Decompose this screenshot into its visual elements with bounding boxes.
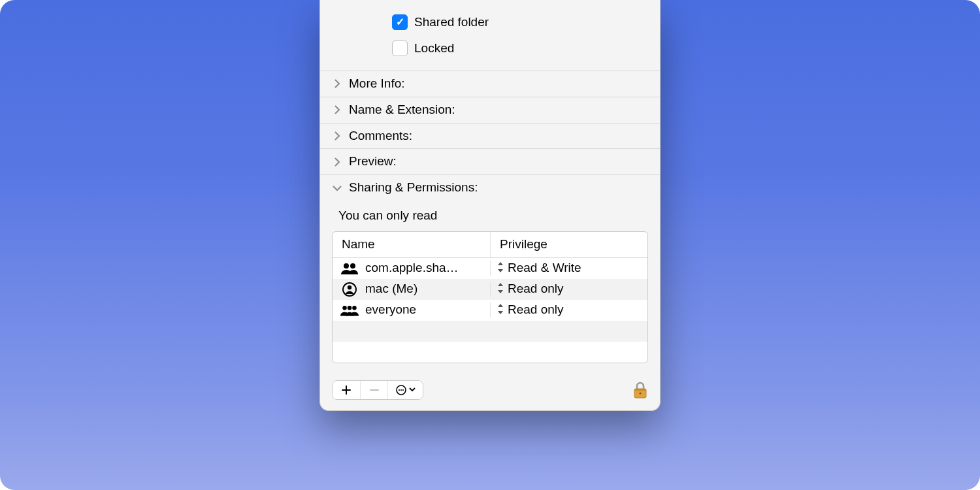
table-header: Name Privilege xyxy=(333,232,647,258)
column-privilege[interactable]: Privilege xyxy=(490,232,647,257)
everyone-icon xyxy=(340,304,359,316)
privilege-select[interactable]: Read & Write xyxy=(490,261,647,276)
privilege-value: Read & Write xyxy=(508,261,581,276)
minus-icon xyxy=(370,385,379,395)
ellipsis-circle-icon xyxy=(396,385,406,395)
shared-folder-row: Shared folder xyxy=(392,9,660,35)
svg-point-10 xyxy=(402,389,403,390)
section-label: Name & Extension: xyxy=(349,103,455,118)
svg-point-13 xyxy=(639,392,641,394)
column-name[interactable]: Name xyxy=(333,232,490,257)
privilege-select[interactable]: Read only xyxy=(490,302,647,318)
privilege-value: Read only xyxy=(508,302,564,318)
get-info-panel: Shared folder Locked More Info: Name & E… xyxy=(319,0,661,411)
chevron-right-icon xyxy=(332,131,342,140)
svg-point-6 xyxy=(352,306,357,310)
general-checkboxes: Shared folder Locked xyxy=(320,0,660,71)
up-down-icon xyxy=(497,283,504,296)
table-row[interactable]: mac (Me) Read only xyxy=(333,279,647,300)
svg-point-1 xyxy=(350,263,355,269)
chevron-down-icon xyxy=(332,185,342,191)
sharing-permissions-body: You can only read Name Privilege com.app… xyxy=(320,201,660,374)
up-down-icon xyxy=(497,304,504,317)
svg-point-4 xyxy=(342,306,347,310)
table-row-empty xyxy=(333,321,647,342)
remove-user-button[interactable] xyxy=(360,381,387,399)
chevron-down-icon xyxy=(409,387,416,392)
permissions-hint: You can only read xyxy=(332,207,648,231)
section-name-extension[interactable]: Name & Extension: xyxy=(320,97,660,123)
privilege-value: Read only xyxy=(508,282,564,297)
privilege-select[interactable]: Read only xyxy=(490,282,647,297)
svg-point-5 xyxy=(348,306,352,310)
svg-point-3 xyxy=(348,285,351,289)
svg-point-9 xyxy=(400,389,401,390)
section-comments[interactable]: Comments: xyxy=(320,123,660,149)
section-more-info[interactable]: More Info: xyxy=(320,71,660,97)
desktop-backdrop: Shared folder Locked More Info: Name & E… xyxy=(0,0,980,490)
section-preview[interactable]: Preview: xyxy=(320,148,660,174)
table-row-empty xyxy=(333,342,647,363)
chevron-right-icon xyxy=(332,105,342,114)
locked-row: Locked xyxy=(392,35,660,61)
group-icon xyxy=(340,263,359,274)
plus-icon xyxy=(342,385,351,395)
shared-folder-label: Shared folder xyxy=(414,15,489,30)
section-label: Preview: xyxy=(349,154,397,169)
table-row[interactable]: everyone Read only xyxy=(333,300,647,321)
locked-label: Locked xyxy=(414,41,454,56)
lock-button[interactable] xyxy=(632,381,648,399)
action-menu-button[interactable] xyxy=(387,381,423,399)
row-name: mac (Me) xyxy=(365,282,417,297)
locked-checkbox[interactable] xyxy=(392,41,408,56)
add-user-button[interactable] xyxy=(333,381,360,399)
table-row[interactable]: com.apple.sha… Read & Write xyxy=(333,258,647,279)
user-icon xyxy=(340,282,359,297)
chevron-right-icon xyxy=(332,157,342,167)
section-label: Sharing & Permissions: xyxy=(349,180,478,195)
svg-point-0 xyxy=(344,263,349,269)
shared-folder-checkbox[interactable] xyxy=(392,14,408,30)
permissions-table: Name Privilege com.apple.sha… Re xyxy=(332,231,648,363)
up-down-icon xyxy=(497,262,504,275)
section-label: Comments: xyxy=(349,129,412,144)
row-name: com.apple.sha… xyxy=(365,261,459,276)
svg-rect-12 xyxy=(634,389,646,391)
row-name: everyone xyxy=(365,302,416,318)
panel-footer xyxy=(320,374,660,410)
segmented-control xyxy=(332,380,423,400)
lock-icon xyxy=(632,381,648,399)
chevron-right-icon xyxy=(332,79,342,88)
svg-point-8 xyxy=(398,389,399,390)
section-sharing-permissions[interactable]: Sharing & Permissions: xyxy=(320,174,660,201)
section-label: More Info: xyxy=(349,76,405,91)
